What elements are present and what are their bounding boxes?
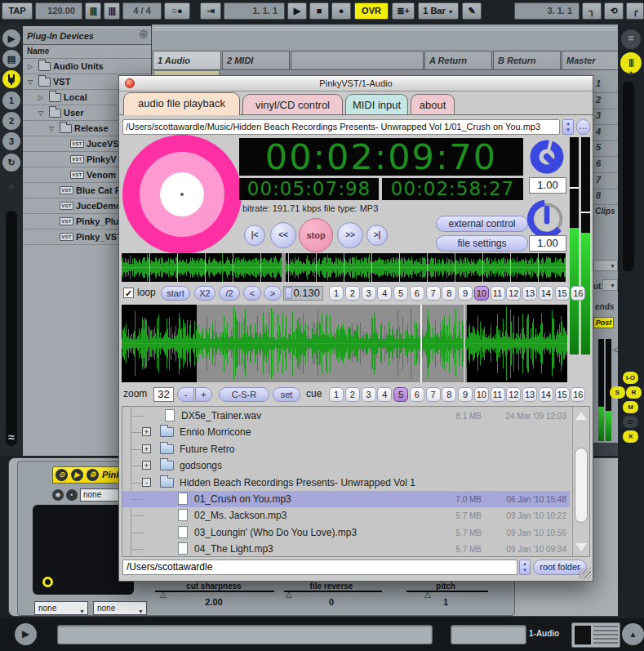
- expand-icon[interactable]: ▷: [38, 94, 47, 101]
- file-row[interactable]: +godsongs: [122, 457, 570, 474]
- xy-cursor[interactable]: [42, 577, 53, 587]
- show-info-icon[interactable]: ▶: [15, 623, 37, 645]
- cue-pad-16[interactable]: 16: [571, 387, 585, 402]
- cue-pad-7[interactable]: 7: [426, 387, 441, 402]
- track-header[interactable]: A Return: [424, 51, 492, 70]
- cue-pad-10[interactable]: 10: [474, 387, 489, 402]
- preset-folder-icon[interactable]: ◉: [52, 489, 64, 501]
- modulation-dropdown-1[interactable]: none▼: [34, 601, 88, 615]
- cue-pad-3[interactable]: 3: [362, 387, 376, 402]
- tree-expand-icon[interactable]: +: [142, 461, 151, 470]
- cue-pad-6[interactable]: 6: [410, 387, 424, 402]
- live-devices-icon[interactable]: ▶: [2, 29, 20, 47]
- track-header[interactable]: B Return: [493, 51, 561, 70]
- cue-pad-4[interactable]: 4: [377, 387, 392, 402]
- file-stepper[interactable]: ▲▼: [562, 119, 574, 135]
- scene-slot[interactable]: 5: [593, 140, 618, 157]
- track-header[interactable]: [291, 51, 424, 70]
- root-path-stepper[interactable]: ▲▼: [519, 560, 531, 575]
- scene-slot[interactable]: 8: [593, 189, 618, 205]
- file-row[interactable]: +Future Retro: [122, 441, 570, 457]
- mixer-toggle[interactable]: M: [623, 401, 638, 413]
- tab-about[interactable]: about: [411, 94, 455, 115]
- collapse-icon[interactable]: ▽: [28, 78, 36, 86]
- skip-end-button[interactable]: >|: [366, 225, 388, 246]
- device-edit-icon[interactable]: ⚙: [87, 469, 99, 481]
- scene-slot[interactable]: 1: [593, 77, 618, 93]
- loop-pad-15[interactable]: 15: [555, 286, 570, 301]
- file-row[interactable]: 03_Loungin' (Who Do You Love).mp35.7 MB0…: [122, 524, 570, 541]
- loop-pad-6[interactable]: 6: [410, 286, 424, 301]
- overview-toggle-icon[interactable]: ≡: [621, 29, 641, 49]
- sends-toggle[interactable]: S: [610, 386, 625, 399]
- punch-position-field[interactable]: 3. 1. 1: [514, 2, 580, 20]
- cue-pad-12[interactable]: 12: [506, 387, 521, 402]
- crossfade-wave-icon[interactable]: ≈: [2, 428, 20, 446]
- post-toggle[interactable]: Post: [593, 317, 614, 328]
- file-row[interactable]: -Hidden Beach Recordings Presents- Unwra…: [122, 475, 570, 491]
- window-resize-grip[interactable]: [578, 568, 591, 579]
- play-icon[interactable]: ▶: [287, 2, 307, 20]
- loop-pad-4[interactable]: 4: [377, 286, 392, 301]
- pencil-icon[interactable]: ✎: [462, 2, 482, 20]
- stop-button[interactable]: stop: [299, 218, 333, 252]
- external-control-button[interactable]: external control: [436, 216, 528, 232]
- loop-pad-7[interactable]: 7: [426, 286, 441, 301]
- nudge-down-icon[interactable]: ||||: [85, 2, 101, 20]
- cue-pad-5[interactable]: 5: [393, 387, 408, 402]
- tap-tempo-button[interactable]: TAP: [2, 2, 33, 20]
- output-dropdown[interactable]: ▼: [593, 260, 618, 271]
- tree-expand-icon[interactable]: +: [142, 444, 151, 453]
- scroll-up-icon[interactable]: ▲: [624, 69, 638, 78]
- device-power-icon[interactable]: ⊙: [56, 469, 68, 481]
- file-row[interactable]: 02_Ms. Jackson.mp35.7 MB09 Jan '10 10:22: [122, 507, 570, 524]
- track-overview-widget[interactable]: [571, 622, 620, 648]
- browser-scrollbar[interactable]: [6, 211, 17, 446]
- time-signature-field[interactable]: 4 / 4: [122, 2, 162, 20]
- crossfade-toggle[interactable]: ✕: [623, 430, 638, 443]
- expand-icon[interactable]: ▷: [28, 63, 36, 70]
- cue-pad-8[interactable]: 8: [442, 387, 456, 402]
- volume-knob[interactable]: [527, 199, 566, 239]
- cue-pad-2[interactable]: 2: [345, 387, 360, 402]
- returns-toggle[interactable]: R: [626, 386, 642, 399]
- loop-pad-9[interactable]: 9: [458, 286, 473, 301]
- loop-pad-1[interactable]: 1: [329, 286, 344, 301]
- file-row[interactable]: +Ennio Morricone: [122, 424, 570, 440]
- scene-slot[interactable]: 7: [593, 173, 618, 190]
- browser-name-column-header[interactable]: Name: [23, 45, 151, 59]
- loop-pad-2[interactable]: 2: [345, 286, 360, 301]
- loop-pad-5[interactable]: 5: [393, 286, 408, 301]
- draw-mode-icon[interactable]: ≣+: [392, 2, 415, 20]
- file-browser-scrollbar[interactable]: [572, 407, 589, 556]
- loop-pad-12[interactable]: 12: [506, 286, 521, 301]
- scene-slot[interactable]: 3: [593, 109, 618, 125]
- hot-swap-target-icon[interactable]: ◎: [140, 28, 148, 39]
- cue-pad-1[interactable]: 1: [329, 387, 344, 402]
- cue-pad-13[interactable]: 13: [522, 387, 537, 402]
- file-path-field[interactable]: /Users/scottawardle/Music/Hidden Beach R…: [122, 119, 560, 135]
- tab-audio-file-playback[interactable]: audio file playback: [123, 92, 240, 115]
- tab-midi-input[interactable]: MIDI input: [345, 94, 408, 115]
- stop-icon[interactable]: ■: [309, 2, 329, 20]
- scene-slot[interactable]: 4: [593, 125, 618, 141]
- track-header[interactable]: Master: [562, 51, 619, 70]
- loop-pad-8[interactable]: 8: [442, 286, 456, 301]
- root-path-field[interactable]: /Users/scottawardle: [122, 560, 517, 575]
- loop-pad-14[interactable]: 14: [539, 286, 553, 301]
- tab-vinyl-cd-control[interactable]: vinyl/CD control: [242, 94, 343, 115]
- loop-pad-13[interactable]: 13: [522, 286, 537, 301]
- file-row[interactable]: DX5e_Trainer.wav8.1 MB24 Mar '09 12:03: [122, 408, 570, 424]
- follow-icon[interactable]: ⇥: [200, 2, 221, 20]
- file-browser-3-icon[interactable]: 3: [2, 132, 20, 150]
- scroll-down-icon[interactable]: [624, 355, 638, 365]
- punch-in-icon[interactable]: ╮: [582, 2, 602, 20]
- scrollbar-thumb[interactable]: [575, 448, 588, 523]
- modulation-dropdown-2[interactable]: none▼: [93, 601, 147, 615]
- file-row[interactable]: 04_The Light.mp35.7 MB09 Jan '10 09:34: [122, 541, 570, 557]
- loop-switch-icon[interactable]: ⟲: [604, 2, 624, 20]
- file-settings-button[interactable]: file settings: [436, 235, 528, 252]
- collapse-icon[interactable]: ▽: [38, 109, 47, 117]
- track-header[interactable]: 2 MIDI: [222, 51, 290, 70]
- nudge-up-icon[interactable]: ||||: [104, 2, 120, 20]
